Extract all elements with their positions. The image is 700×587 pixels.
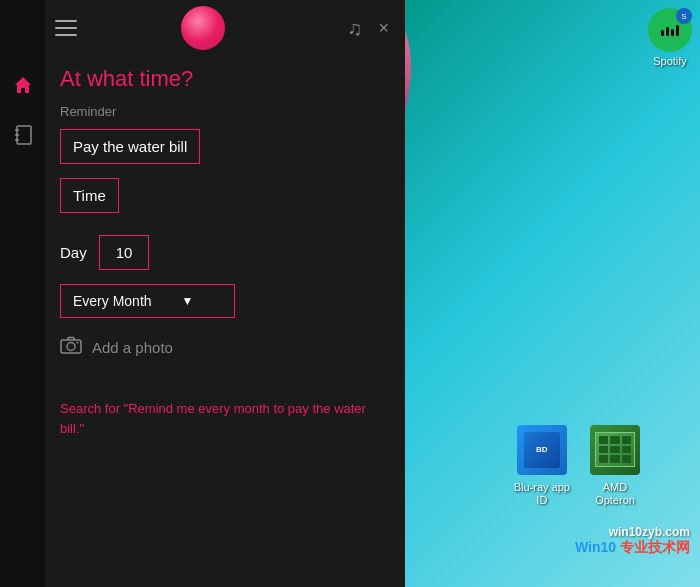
reminder-value-field[interactable]: Pay the water bill	[60, 129, 200, 164]
dropdown-row: Every Month ▼	[60, 284, 385, 318]
spotify-label: Spotify	[653, 55, 687, 67]
day-row: Day 10	[60, 235, 385, 270]
svg-rect-1	[17, 126, 31, 144]
svg-point-7	[77, 342, 79, 344]
search-suggestion: Search for "Remind me every month to pay…	[60, 399, 385, 438]
time-field[interactable]: Time	[60, 178, 119, 213]
day-field[interactable]: 10	[99, 235, 150, 270]
watermark-line1: win10zyb.com	[609, 525, 690, 539]
spotify-logo: S	[648, 8, 692, 52]
cortana-orb	[181, 6, 225, 50]
dropdown-arrow-icon: ▼	[182, 294, 194, 308]
hamburger-button[interactable]	[55, 13, 85, 43]
add-photo-row[interactable]: Add a photo	[60, 336, 385, 359]
header-right: ♫ ×	[347, 17, 389, 40]
amd-icon[interactable]: AMD Opteron	[590, 425, 640, 507]
desktop-icons-container: BD Blu-ray app ID AMD Opteron	[514, 425, 640, 507]
add-photo-text: Add a photo	[92, 339, 173, 356]
sidebar-home[interactable]	[8, 70, 38, 100]
watermark-red: 专业技术网	[620, 539, 690, 555]
sidebar	[0, 0, 45, 587]
spotify-icon[interactable]: S Spotify	[648, 8, 692, 67]
watermark: win10zyb.com Win10 专业技术网	[575, 525, 690, 557]
sidebar-notebook[interactable]	[8, 120, 38, 150]
cortana-panel: ♫ × At what time? Reminder Pay the water…	[0, 0, 405, 587]
day-value: 10	[116, 244, 133, 261]
camera-icon	[60, 336, 82, 359]
suggestion-text: Search for "Remind me every month to pay…	[60, 401, 366, 436]
svg-point-6	[67, 343, 75, 351]
panel-header: ♫ ×	[0, 0, 405, 56]
panel-content: At what time? Reminder Pay the water bil…	[0, 56, 405, 587]
svg-rect-4	[15, 139, 19, 141]
svg-rect-3	[15, 134, 19, 136]
bluray-icon[interactable]: BD Blu-ray app ID	[514, 425, 570, 507]
bluray-label: Blu-ray app ID	[514, 481, 570, 507]
watermark-line2: Win10 专业技术网	[575, 539, 690, 557]
reminder-value-text: Pay the water bill	[73, 138, 187, 155]
music-icon[interactable]: ♫	[347, 17, 362, 40]
amd-label: AMD Opteron	[595, 481, 635, 507]
watermark-blue: Win10	[575, 539, 616, 555]
close-button[interactable]: ×	[378, 18, 389, 39]
svg-rect-2	[15, 129, 19, 131]
day-label: Day	[60, 244, 87, 261]
dropdown-value: Every Month	[73, 293, 152, 309]
question-text: At what time?	[60, 66, 385, 92]
time-value-text: Time	[73, 187, 106, 204]
recurrence-dropdown[interactable]: Every Month ▼	[60, 284, 235, 318]
svg-marker-0	[15, 77, 31, 93]
reminder-label: Reminder	[60, 104, 385, 119]
